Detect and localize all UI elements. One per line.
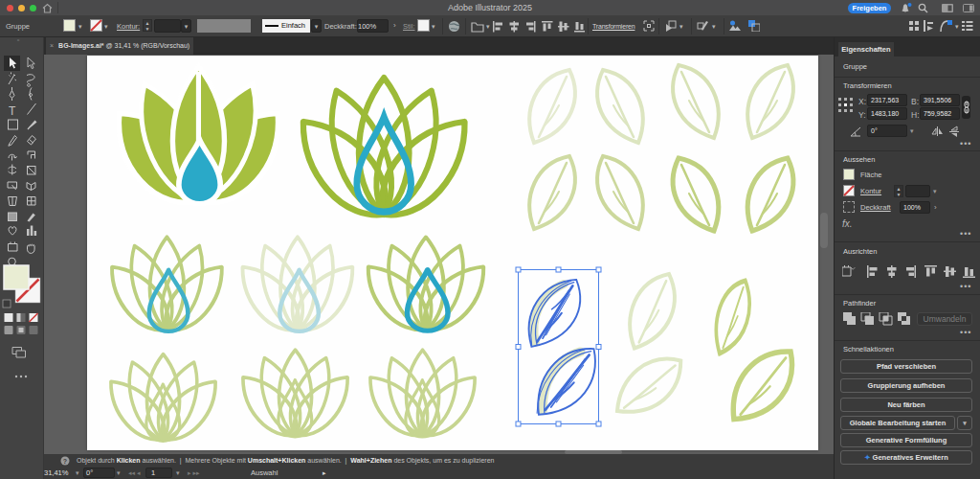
- svg-text:?: ?: [63, 458, 67, 465]
- svg-text:T: T: [9, 104, 16, 118]
